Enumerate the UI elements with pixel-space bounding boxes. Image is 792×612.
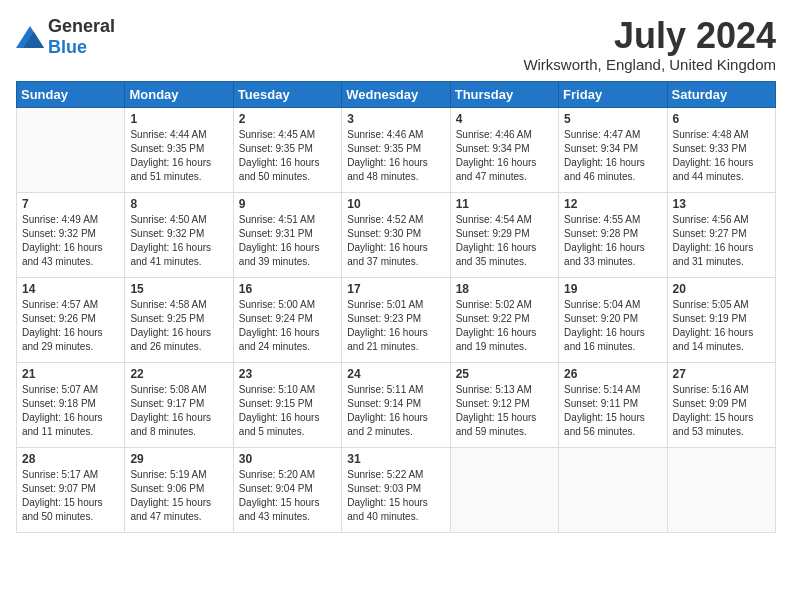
calendar-cell: 17Sunrise: 5:01 AM Sunset: 9:23 PM Dayli… [342,277,450,362]
day-number: 26 [564,367,661,381]
day-info: Sunrise: 4:49 AM Sunset: 9:32 PM Dayligh… [22,213,119,269]
calendar-cell: 10Sunrise: 4:52 AM Sunset: 9:30 PM Dayli… [342,192,450,277]
calendar-cell: 5Sunrise: 4:47 AM Sunset: 9:34 PM Daylig… [559,107,667,192]
day-number: 14 [22,282,119,296]
calendar-cell: 18Sunrise: 5:02 AM Sunset: 9:22 PM Dayli… [450,277,558,362]
header-saturday: Saturday [667,81,775,107]
calendar-cell: 30Sunrise: 5:20 AM Sunset: 9:04 PM Dayli… [233,447,341,532]
week-row-5: 28Sunrise: 5:17 AM Sunset: 9:07 PM Dayli… [17,447,776,532]
day-info: Sunrise: 5:22 AM Sunset: 9:03 PM Dayligh… [347,468,444,524]
day-info: Sunrise: 4:45 AM Sunset: 9:35 PM Dayligh… [239,128,336,184]
day-number: 8 [130,197,227,211]
day-number: 20 [673,282,770,296]
day-number: 28 [22,452,119,466]
day-info: Sunrise: 5:16 AM Sunset: 9:09 PM Dayligh… [673,383,770,439]
day-info: Sunrise: 5:08 AM Sunset: 9:17 PM Dayligh… [130,383,227,439]
day-number: 19 [564,282,661,296]
day-info: Sunrise: 5:00 AM Sunset: 9:24 PM Dayligh… [239,298,336,354]
calendar-cell: 8Sunrise: 4:50 AM Sunset: 9:32 PM Daylig… [125,192,233,277]
calendar-cell: 13Sunrise: 4:56 AM Sunset: 9:27 PM Dayli… [667,192,775,277]
day-info: Sunrise: 5:02 AM Sunset: 9:22 PM Dayligh… [456,298,553,354]
day-number: 27 [673,367,770,381]
day-info: Sunrise: 4:48 AM Sunset: 9:33 PM Dayligh… [673,128,770,184]
title-area: July 2024 Wirksworth, England, United Ki… [523,16,776,73]
day-info: Sunrise: 4:46 AM Sunset: 9:35 PM Dayligh… [347,128,444,184]
day-info: Sunrise: 5:20 AM Sunset: 9:04 PM Dayligh… [239,468,336,524]
day-number: 22 [130,367,227,381]
header-wednesday: Wednesday [342,81,450,107]
logo-text: General Blue [48,16,115,58]
day-number: 13 [673,197,770,211]
day-info: Sunrise: 5:17 AM Sunset: 9:07 PM Dayligh… [22,468,119,524]
day-number: 4 [456,112,553,126]
calendar-cell: 27Sunrise: 5:16 AM Sunset: 9:09 PM Dayli… [667,362,775,447]
day-info: Sunrise: 4:56 AM Sunset: 9:27 PM Dayligh… [673,213,770,269]
day-number: 18 [456,282,553,296]
day-number: 10 [347,197,444,211]
day-info: Sunrise: 4:57 AM Sunset: 9:26 PM Dayligh… [22,298,119,354]
day-info: Sunrise: 4:44 AM Sunset: 9:35 PM Dayligh… [130,128,227,184]
day-number: 21 [22,367,119,381]
day-number: 17 [347,282,444,296]
day-number: 5 [564,112,661,126]
week-row-1: 1Sunrise: 4:44 AM Sunset: 9:35 PM Daylig… [17,107,776,192]
day-info: Sunrise: 4:55 AM Sunset: 9:28 PM Dayligh… [564,213,661,269]
calendar-cell: 1Sunrise: 4:44 AM Sunset: 9:35 PM Daylig… [125,107,233,192]
calendar-cell: 14Sunrise: 4:57 AM Sunset: 9:26 PM Dayli… [17,277,125,362]
calendar-cell: 20Sunrise: 5:05 AM Sunset: 9:19 PM Dayli… [667,277,775,362]
day-info: Sunrise: 4:50 AM Sunset: 9:32 PM Dayligh… [130,213,227,269]
day-number: 16 [239,282,336,296]
calendar-cell [667,447,775,532]
calendar-cell: 19Sunrise: 5:04 AM Sunset: 9:20 PM Dayli… [559,277,667,362]
calendar-cell: 9Sunrise: 4:51 AM Sunset: 9:31 PM Daylig… [233,192,341,277]
day-info: Sunrise: 5:11 AM Sunset: 9:14 PM Dayligh… [347,383,444,439]
day-info: Sunrise: 4:52 AM Sunset: 9:30 PM Dayligh… [347,213,444,269]
calendar-cell: 23Sunrise: 5:10 AM Sunset: 9:15 PM Dayli… [233,362,341,447]
day-info: Sunrise: 4:54 AM Sunset: 9:29 PM Dayligh… [456,213,553,269]
day-info: Sunrise: 5:14 AM Sunset: 9:11 PM Dayligh… [564,383,661,439]
calendar-cell: 31Sunrise: 5:22 AM Sunset: 9:03 PM Dayli… [342,447,450,532]
header-tuesday: Tuesday [233,81,341,107]
day-info: Sunrise: 4:46 AM Sunset: 9:34 PM Dayligh… [456,128,553,184]
header-sunday: Sunday [17,81,125,107]
day-info: Sunrise: 5:01 AM Sunset: 9:23 PM Dayligh… [347,298,444,354]
calendar-cell: 16Sunrise: 5:00 AM Sunset: 9:24 PM Dayli… [233,277,341,362]
header-friday: Friday [559,81,667,107]
day-number: 7 [22,197,119,211]
day-number: 29 [130,452,227,466]
day-info: Sunrise: 5:13 AM Sunset: 9:12 PM Dayligh… [456,383,553,439]
day-info: Sunrise: 4:47 AM Sunset: 9:34 PM Dayligh… [564,128,661,184]
logo-blue: Blue [48,37,87,57]
calendar-cell: 24Sunrise: 5:11 AM Sunset: 9:14 PM Dayli… [342,362,450,447]
calendar-table: Sunday Monday Tuesday Wednesday Thursday… [16,81,776,533]
calendar-cell: 29Sunrise: 5:19 AM Sunset: 9:06 PM Dayli… [125,447,233,532]
day-number: 2 [239,112,336,126]
day-number: 31 [347,452,444,466]
calendar-cell: 6Sunrise: 4:48 AM Sunset: 9:33 PM Daylig… [667,107,775,192]
calendar-cell: 4Sunrise: 4:46 AM Sunset: 9:34 PM Daylig… [450,107,558,192]
header-thursday: Thursday [450,81,558,107]
week-row-4: 21Sunrise: 5:07 AM Sunset: 9:18 PM Dayli… [17,362,776,447]
day-info: Sunrise: 5:19 AM Sunset: 9:06 PM Dayligh… [130,468,227,524]
day-info: Sunrise: 4:58 AM Sunset: 9:25 PM Dayligh… [130,298,227,354]
day-number: 25 [456,367,553,381]
calendar-cell: 25Sunrise: 5:13 AM Sunset: 9:12 PM Dayli… [450,362,558,447]
calendar-cell: 28Sunrise: 5:17 AM Sunset: 9:07 PM Dayli… [17,447,125,532]
calendar-cell [17,107,125,192]
logo: General Blue [16,16,115,58]
calendar-cell: 21Sunrise: 5:07 AM Sunset: 9:18 PM Dayli… [17,362,125,447]
calendar-cell [559,447,667,532]
day-number: 24 [347,367,444,381]
day-number: 6 [673,112,770,126]
page-header: General Blue July 2024 Wirksworth, Engla… [16,16,776,73]
calendar-cell: 12Sunrise: 4:55 AM Sunset: 9:28 PM Dayli… [559,192,667,277]
day-number: 30 [239,452,336,466]
day-number: 15 [130,282,227,296]
day-number: 3 [347,112,444,126]
day-info: Sunrise: 4:51 AM Sunset: 9:31 PM Dayligh… [239,213,336,269]
day-number: 11 [456,197,553,211]
calendar-cell: 3Sunrise: 4:46 AM Sunset: 9:35 PM Daylig… [342,107,450,192]
day-info: Sunrise: 5:10 AM Sunset: 9:15 PM Dayligh… [239,383,336,439]
day-info: Sunrise: 5:04 AM Sunset: 9:20 PM Dayligh… [564,298,661,354]
calendar-header-row: Sunday Monday Tuesday Wednesday Thursday… [17,81,776,107]
